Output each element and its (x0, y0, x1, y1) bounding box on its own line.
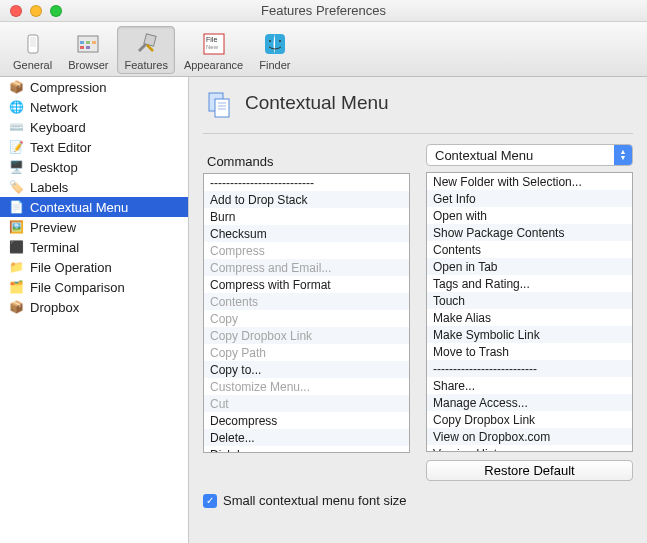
list-item[interactable]: Customize Menu... (204, 378, 409, 395)
sidebar-item-label: Desktop (30, 160, 78, 175)
svg-rect-4 (86, 41, 90, 44)
list-item[interactable]: Manage Access... (427, 394, 632, 411)
small-font-checkbox-row[interactable]: ✓ Small contextual menu font size (203, 493, 633, 508)
sidebar-item-label: File Comparison (30, 280, 125, 295)
list-item[interactable]: Version History (427, 445, 632, 452)
svg-text:File: File (206, 36, 217, 43)
sidebar-glyph-icon: 🗂️ (8, 279, 24, 295)
svg-point-15 (269, 40, 271, 42)
sidebar-item-dropbox[interactable]: 📦Dropbox (0, 297, 188, 317)
sidebar-glyph-icon: 🌐 (8, 99, 24, 115)
list-item[interactable]: New Folder with Selection... (427, 173, 632, 190)
list-item[interactable]: Contents (204, 293, 409, 310)
checkbox-label: Small contextual menu font size (223, 493, 407, 508)
toolbar-general[interactable]: General (6, 26, 59, 74)
menu-items-list[interactable]: New Folder with Selection...Get InfoOpen… (426, 172, 633, 452)
sidebar-glyph-icon: 🖥️ (8, 159, 24, 175)
list-item[interactable]: Copy Dropbox Link (427, 411, 632, 428)
sidebar-item-label: File Operation (30, 260, 112, 275)
sidebar-glyph-icon: 📄 (8, 199, 24, 215)
svg-rect-5 (92, 41, 96, 44)
sidebar-glyph-icon: 📦 (8, 299, 24, 315)
list-item[interactable]: Make Alias (427, 309, 632, 326)
sidebar-item-contextual-menu[interactable]: 📄Contextual Menu (0, 197, 188, 217)
list-item[interactable]: Touch (427, 292, 632, 309)
svg-point-16 (279, 40, 281, 42)
sidebar-item-file-comparison[interactable]: 🗂️File Comparison (0, 277, 188, 297)
list-item[interactable]: Move to Trash (427, 343, 632, 360)
svg-rect-1 (30, 37, 36, 47)
list-item[interactable]: -------------------------- (204, 174, 409, 191)
commands-list[interactable]: --------------------------Add to Drop St… (203, 173, 410, 453)
svg-text:New: New (206, 44, 219, 50)
svg-rect-6 (80, 46, 84, 49)
list-item[interactable]: -------------------------- (427, 360, 632, 377)
list-item[interactable]: Burn (204, 208, 409, 225)
list-item[interactable]: Copy to... (204, 361, 409, 378)
list-item[interactable]: Decompress (204, 412, 409, 429)
list-item[interactable]: Cut (204, 395, 409, 412)
toolbar-finder[interactable]: Finder (252, 26, 297, 74)
sidebar-item-labels[interactable]: 🏷️Labels (0, 177, 188, 197)
sidebar: 📦Compression🌐Network⌨️Keyboard📝Text Edit… (0, 77, 189, 543)
toolbar-appearance[interactable]: FileNewAppearance (177, 26, 250, 74)
sidebar-item-network[interactable]: 🌐Network (0, 97, 188, 117)
sidebar-item-label: Dropbox (30, 300, 79, 315)
browser-icon (73, 29, 103, 59)
list-item[interactable]: Get Info (427, 190, 632, 207)
features-icon (131, 29, 161, 59)
restore-default-button[interactable]: Restore Default (426, 460, 633, 481)
sidebar-item-label: Preview (30, 220, 76, 235)
list-item[interactable]: Make Symbolic Link (427, 326, 632, 343)
list-item[interactable]: Add to Drop Stack (204, 191, 409, 208)
appearance-icon: FileNew (199, 29, 229, 59)
pane-title: Contextual Menu (245, 92, 389, 114)
commands-label: Commands (207, 154, 410, 169)
sidebar-item-label: Keyboard (30, 120, 86, 135)
window-title: Features Preferences (0, 3, 647, 18)
menu-selector-dropdown[interactable]: Contextual Menu ▲▼ (426, 144, 633, 166)
list-item[interactable]: Copy (204, 310, 409, 327)
list-item[interactable]: Show Package Contents (427, 224, 632, 241)
list-item[interactable]: Open in Tab (427, 258, 632, 275)
sidebar-item-file-operation[interactable]: 📁File Operation (0, 257, 188, 277)
sidebar-item-preview[interactable]: 🖼️Preview (0, 217, 188, 237)
list-item[interactable]: Compress with Format (204, 276, 409, 293)
list-item[interactable]: Checksum (204, 225, 409, 242)
checkbox-icon[interactable]: ✓ (203, 494, 217, 508)
list-item[interactable]: Disk Image (204, 446, 409, 453)
toolbar-browser[interactable]: Browser (61, 26, 115, 74)
list-item[interactable]: View on Dropbox.com (427, 428, 632, 445)
sidebar-item-desktop[interactable]: 🖥️Desktop (0, 157, 188, 177)
updown-icon: ▲▼ (614, 145, 632, 165)
list-item[interactable]: Open with (427, 207, 632, 224)
list-item[interactable]: Compress (204, 242, 409, 259)
sidebar-item-label: Labels (30, 180, 68, 195)
list-item[interactable]: Compress and Email... (204, 259, 409, 276)
sidebar-item-keyboard[interactable]: ⌨️Keyboard (0, 117, 188, 137)
sidebar-item-compression[interactable]: 📦Compression (0, 77, 188, 97)
list-item[interactable]: Delete... (204, 429, 409, 446)
svg-rect-3 (80, 41, 84, 44)
list-item[interactable]: Tags and Rating... (427, 275, 632, 292)
content-pane: Contextual Menu Commands ---------------… (189, 77, 647, 543)
list-item[interactable]: Copy Dropbox Link (204, 327, 409, 344)
list-item[interactable]: Copy Path (204, 344, 409, 361)
pane-header: Contextual Menu (203, 87, 633, 134)
sidebar-glyph-icon: 📁 (8, 259, 24, 275)
list-item[interactable]: Contents (427, 241, 632, 258)
sidebar-glyph-icon: 🖼️ (8, 219, 24, 235)
sidebar-item-label: Contextual Menu (30, 200, 128, 215)
toolbar-features[interactable]: Features (117, 26, 174, 74)
sidebar-item-terminal[interactable]: ⬛Terminal (0, 237, 188, 257)
titlebar: Features Preferences (0, 0, 647, 22)
sidebar-item-text-editor[interactable]: 📝Text Editor (0, 137, 188, 157)
sidebar-glyph-icon: ⬛ (8, 239, 24, 255)
toolbar-label: Browser (68, 59, 108, 71)
dropdown-value: Contextual Menu (435, 148, 533, 163)
sidebar-item-label: Text Editor (30, 140, 91, 155)
toolbar-label: Appearance (184, 59, 243, 71)
svg-rect-18 (215, 99, 229, 117)
svg-rect-7 (86, 46, 90, 49)
list-item[interactable]: Share... (427, 377, 632, 394)
